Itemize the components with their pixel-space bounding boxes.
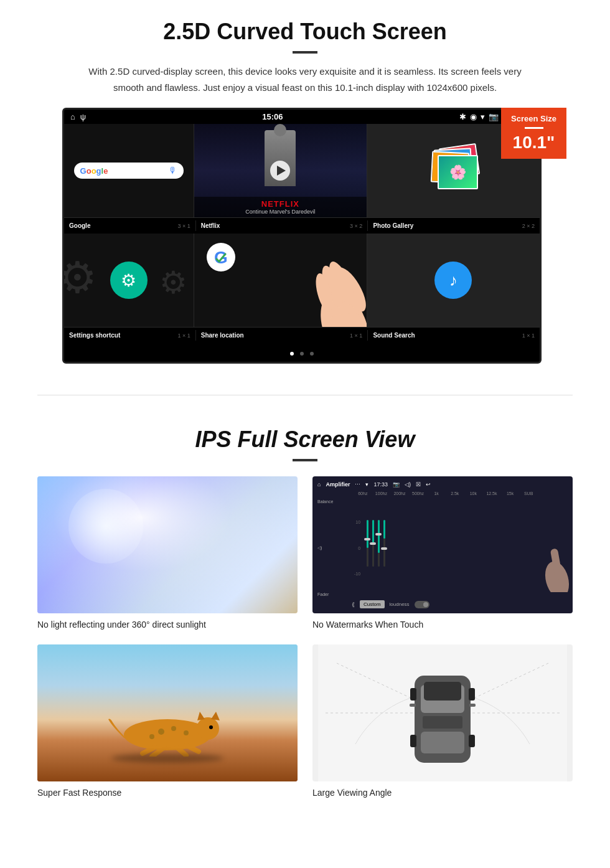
svg-point-15 <box>158 729 164 735</box>
google-app-cell[interactable]: Google 🎙 <box>64 124 194 217</box>
gear-icon: ⚙ <box>121 270 136 291</box>
music-note-icon: ♪ <box>449 271 458 290</box>
amp-touch-hand <box>535 530 573 595</box>
svg-rect-31 <box>421 732 464 753</box>
amp-vol-icon: ◁) <box>405 481 411 488</box>
amp-slider-3[interactable] <box>378 520 380 576</box>
feature-grid: No light reflecting under 360° direct su… <box>37 476 573 798</box>
amplifier-caption: No Watermarks When Touch <box>312 620 573 630</box>
section1-title: 2.5D Curved Touch Screen <box>37 19 573 45</box>
amp-eq-sliders: 10 0 -10 <box>354 498 568 598</box>
svg-point-18 <box>184 730 189 735</box>
cheetah-caption: Super Fast Response <box>37 788 298 798</box>
viewing-angle-svg <box>312 644 573 781</box>
amp-freq-labels: 60hz 100hz 200hz 500hz 1k 2.5k 10k 12.5k… <box>317 491 568 496</box>
gallery-app-dims: 2 × 2 <box>522 223 535 229</box>
netflix-app-cell[interactable]: NETFLIX Continue Marvel's Daredevil <box>194 124 367 217</box>
microphone-icon[interactable]: 🎙 <box>169 166 177 176</box>
amp-prev-icon[interactable]: ⟪ <box>352 601 355 608</box>
g-maps-icon: G <box>207 243 235 271</box>
settings-cell-inner: ⚙ ⚙ ⚙ <box>64 234 194 327</box>
amp-home-icon: ⌂ <box>317 481 321 488</box>
google-logo: Google <box>80 166 108 176</box>
car-caption: Large Viewing Angle <box>312 788 573 798</box>
settings-icon-circle: ⚙ <box>110 262 148 299</box>
google-search-bar[interactable]: Google 🎙 <box>74 163 184 179</box>
amp-slider-1[interactable] <box>367 520 368 576</box>
amp-slider-fill-4 <box>383 520 385 539</box>
section1-description: With 2.5D curved-display screen, this de… <box>87 64 523 95</box>
sound-cell-inner: ♪ <box>367 234 540 327</box>
location-icon: ◉ <box>470 112 477 121</box>
feature-sunlight: No light reflecting under 360° direct su… <box>37 476 298 630</box>
status-left-icons: ⌂ ψ <box>70 112 86 121</box>
svg-rect-35 <box>410 688 416 701</box>
amp-custom-button[interactable]: Custom <box>360 600 385 608</box>
svg-line-19 <box>143 747 155 753</box>
svg-point-14 <box>209 725 213 729</box>
share-location-app-cell[interactable]: G <box>194 234 367 327</box>
app-row-1: Google 🎙 <box>64 124 540 218</box>
bg-gear-2-icon: ⚙ <box>159 265 187 301</box>
app-row-2: ⚙ ⚙ ⚙ G <box>64 234 540 328</box>
amp-menu-icon: ⋯ <box>355 481 360 488</box>
wifi-icon: ▾ <box>481 112 485 121</box>
amp-balance-label: Balance <box>317 499 352 504</box>
music-note-circle: ♪ <box>434 262 472 299</box>
google-cell-inner: Google 🎙 <box>64 124 194 217</box>
amp-scale: 10 0 -10 <box>354 520 362 576</box>
netflix-cell-inner: NETFLIX Continue Marvel's Daredevil <box>194 124 367 217</box>
home-icon[interactable]: ⌂ <box>70 112 75 121</box>
amp-bottom-controls: ⟪ Custom loudness <box>317 600 568 608</box>
amp-topbar: ⌂ Amplifier ⋯ ▾ 17:33 📷 ◁) ☒ ↩ <box>317 481 568 488</box>
screen-size-badge: Screen Size 10.1" <box>501 108 566 159</box>
title-divider <box>293 51 317 54</box>
amp-slider-track-1 <box>367 520 368 567</box>
badge-label: Screen Size <box>511 114 556 123</box>
sound-app-dims: 1 × 1 <box>522 333 535 339</box>
amp-back-icon: ↩ <box>426 481 431 488</box>
svg-marker-13 <box>197 712 205 720</box>
sound-app-label: Sound Search <box>373 332 415 339</box>
svg-rect-38 <box>469 735 475 747</box>
car-image <box>312 644 573 781</box>
dot-3 <box>310 352 314 356</box>
photo-card-main: 🌸 <box>438 155 478 189</box>
amp-slider-track-3 <box>378 520 380 567</box>
amp-speaker-icon: ◁) <box>317 545 352 550</box>
feature-cheetah: Super Fast Response <box>37 644 298 798</box>
gallery-label-cell: Photo Gallery 2 × 2 <box>368 220 540 231</box>
settings-app-cell[interactable]: ⚙ ⚙ ⚙ <box>64 234 194 327</box>
bluetooth-icon: ✱ <box>459 112 466 121</box>
netflix-label-cell: Netflix 3 × 2 <box>196 220 368 231</box>
amp-loudness-label: loudness <box>390 601 410 607</box>
amp-slider-4[interactable] <box>383 520 385 576</box>
amp-slider-track-2 <box>372 520 374 567</box>
sound-search-app-cell[interactable]: ♪ <box>367 234 540 327</box>
svg-point-16 <box>171 726 176 731</box>
play-triangle <box>277 166 286 176</box>
status-bar: ⌂ ψ 15:06 ✱ ◉ ▾ 📷 ◁) ☒ ▭ <box>64 110 540 124</box>
svg-marker-12 <box>211 712 220 720</box>
amp-slider-track-4 <box>383 520 385 567</box>
amp-cam-icon: 📷 <box>393 481 400 488</box>
section2-title: IPS Full Screen View <box>37 427 573 453</box>
amp-sliders-container: Balance ◁) Fader 10 0 -10 <box>317 498 568 598</box>
amp-slider-2[interactable] <box>372 520 374 576</box>
amp-slider-fill-1 <box>367 520 368 548</box>
cheetah-silhouette <box>105 707 230 757</box>
amp-loudness-toggle[interactable] <box>415 601 429 608</box>
section-curved-touch-screen: 2.5D Curved Touch Screen With 2.5D curve… <box>0 0 610 376</box>
svg-rect-33 <box>410 704 416 707</box>
netflix-logo: NETFLIX <box>198 199 363 209</box>
amp-wifi-icon: ▾ <box>365 481 368 488</box>
share-app-label: Share location <box>201 332 244 339</box>
google-app-dims: 3 × 1 <box>177 223 190 229</box>
svg-text:G: G <box>214 248 228 267</box>
svg-rect-30 <box>424 682 461 701</box>
settings-app-label: Settings shortcut <box>69 332 120 339</box>
amp-time-display: 17:33 <box>373 481 388 488</box>
netflix-subtitle: Continue Marvel's Daredevil <box>198 209 363 215</box>
svg-point-11 <box>197 717 219 740</box>
photo-stack: 🌸 <box>428 146 478 196</box>
